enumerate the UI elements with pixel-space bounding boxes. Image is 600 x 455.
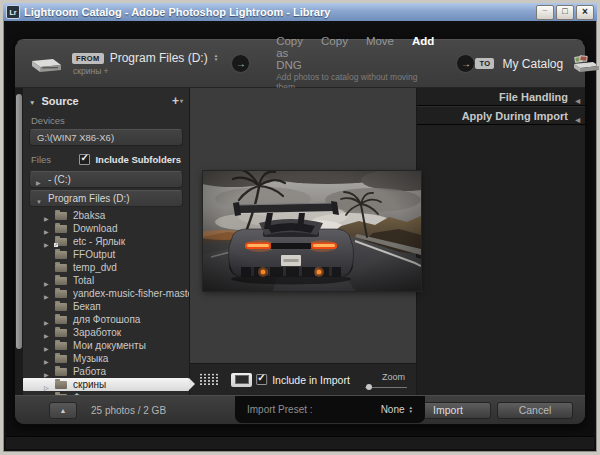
source-scrollbar[interactable] xyxy=(15,88,23,395)
loupe-view-icon[interactable] xyxy=(231,373,252,387)
device-row[interactable]: G:\(WIN7 X86-X6) xyxy=(29,129,183,146)
from-badge: FROM xyxy=(72,53,104,64)
include-subfolders-label: Include Subfolders xyxy=(95,154,181,165)
spinner-arrows-icon xyxy=(409,406,413,414)
folder-tree: - (C:)Program Files (D:)2baksaDownloadet… xyxy=(29,171,183,404)
import-method-option[interactable]: Move xyxy=(366,35,394,71)
folder-label: Download xyxy=(73,223,117,234)
tree-folder-row[interactable]: 2baksa xyxy=(29,209,183,222)
window-title: Lightroom Catalog - Adobe Photoshop Ligh… xyxy=(24,6,330,18)
folder-icon xyxy=(55,277,67,285)
catalog-stack-icon xyxy=(571,54,600,74)
folder-label: Total xyxy=(73,275,94,286)
grid-view-icon[interactable] xyxy=(199,373,220,386)
folder-label: скрины xyxy=(73,379,106,390)
include-in-import-checkbox[interactable] xyxy=(256,374,267,385)
apply-during-import-label: Apply During Import xyxy=(462,110,568,122)
include-in-import-control: Include in Import xyxy=(256,374,350,386)
maximize-button[interactable] xyxy=(556,5,574,20)
folder-label: Заработок xyxy=(73,327,121,338)
dialog-main: Source Devices G:\(WIN7 X86-X6) Files In… xyxy=(15,88,585,395)
tree-folder-row[interactable]: Мои документы xyxy=(29,339,183,352)
tree-volume-row[interactable]: Program Files (D:) xyxy=(29,190,183,207)
arrow-right-icon xyxy=(231,54,250,73)
include-subfolders-checkbox[interactable] xyxy=(79,154,90,165)
source-breadcrumb[interactable]: скрины + xyxy=(72,66,218,76)
app-background: FROM Program Files (D:) скрины + Copy as… xyxy=(6,24,594,449)
import-method-group: Copy as DNGCopyMoveAdd Add photos to cat… xyxy=(276,35,434,92)
folder-icon xyxy=(55,329,67,337)
folder-label: etc - Ярлык xyxy=(73,236,125,247)
import-preset-tab: Import Preset : None xyxy=(235,396,425,423)
folder-icon xyxy=(55,225,67,233)
destination-name[interactable]: My Catalog xyxy=(502,57,563,71)
spinner-arrows-icon[interactable] xyxy=(214,54,218,62)
zoom-slider[interactable] xyxy=(365,387,407,388)
tree-folder-row[interactable]: Музыка xyxy=(29,352,183,365)
disclosure-triangle-icon[interactable] xyxy=(44,381,49,392)
source-selector[interactable]: FROM Program Files (D:) скрины + xyxy=(15,51,218,76)
import-dialog: FROM Program Files (D:) скрины + Copy as… xyxy=(14,39,586,425)
source-panel-header[interactable]: Source xyxy=(29,92,183,110)
tree-folder-row[interactable]: etc - Ярлык xyxy=(29,235,183,248)
add-source-icon[interactable] xyxy=(172,96,183,106)
import-preset-value[interactable]: None xyxy=(381,404,413,415)
tree-folder-row[interactable]: temp_dvd xyxy=(29,261,183,274)
folder-label: temp_dvd xyxy=(73,262,117,273)
zoom-label: Zoom xyxy=(382,372,405,382)
tree-folder-row[interactable]: Заработок xyxy=(29,326,183,339)
apply-during-import-section[interactable]: Apply During Import xyxy=(417,106,585,125)
folder-icon xyxy=(55,368,67,376)
folder-icon xyxy=(55,316,67,324)
tree-folder-row[interactable]: Бекап xyxy=(29,300,183,313)
minimize-button[interactable] xyxy=(536,5,554,20)
include-in-import-label: Include in Import xyxy=(272,374,350,386)
import-header-bar: FROM Program Files (D:) скрины + Copy as… xyxy=(15,40,585,88)
car-photo xyxy=(203,171,421,291)
to-badge: TO xyxy=(475,58,494,69)
folder-label: Работа xyxy=(73,366,106,377)
destination-selector[interactable]: TO My Catalog xyxy=(475,54,600,74)
tree-folder-row[interactable]: Download xyxy=(29,222,183,235)
zoom-slider-thumb[interactable] xyxy=(366,384,372,390)
folder-shortcut-icon xyxy=(55,238,67,246)
tree-folder-row[interactable]: для Фотошопа xyxy=(29,313,183,326)
devices-label: Devices xyxy=(31,115,181,126)
file-handling-section[interactable]: File Handling xyxy=(417,88,585,106)
scrollbar-thumb[interactable] xyxy=(16,94,22,349)
tree-folder-row[interactable]: FFOutput xyxy=(29,248,183,261)
folder-label: Музыка xyxy=(73,353,108,364)
source-panel: Source Devices G:\(WIN7 X86-X6) Files In… xyxy=(23,88,189,395)
import-method-option[interactable]: Copy as DNG xyxy=(276,35,303,71)
folder-icon xyxy=(55,264,67,272)
tree-volume-row[interactable]: - (C:) xyxy=(29,171,183,188)
photo-thumbnail[interactable] xyxy=(203,171,421,291)
folder-label: yandex-music-fisher-master xyxy=(73,288,196,299)
collapse-left-icon xyxy=(575,93,580,105)
files-row: Files Include Subfolders xyxy=(31,154,181,165)
source-name[interactable]: Program Files (D:) xyxy=(110,51,208,65)
tree-folder-row[interactable]: Total xyxy=(29,274,183,287)
tree-folder-row[interactable]: скрины xyxy=(23,378,189,391)
tree-folder-row[interactable]: Работа xyxy=(29,365,183,378)
close-button[interactable] xyxy=(576,5,594,20)
footer-buttons: Import Cancel xyxy=(405,402,575,419)
import-method-option[interactable]: Add xyxy=(412,35,434,71)
minimize-dialog-button[interactable] xyxy=(49,402,77,419)
folder-label: Program Files (D:) xyxy=(48,193,130,204)
preview-area: Include in Import Zoom xyxy=(189,88,417,395)
status-strip xyxy=(6,436,594,449)
loupe-view-inner xyxy=(235,375,249,384)
file-handling-label: File Handling xyxy=(499,91,568,103)
cancel-button[interactable]: Cancel xyxy=(497,402,573,419)
disclosure-triangle-icon[interactable] xyxy=(36,195,42,206)
folder-icon xyxy=(55,342,67,350)
tree-folder-row[interactable]: yandex-music-fisher-master xyxy=(29,287,183,300)
device-name: G:\(WIN7 X86-X6) xyxy=(37,132,114,143)
photo-count-status: 25 photos / 2 GB xyxy=(91,405,166,416)
folder-icon xyxy=(55,381,67,389)
chevron-down-icon[interactable] xyxy=(29,95,35,107)
import-method-option[interactable]: Copy xyxy=(321,35,348,71)
import-preset-label: Import Preset : xyxy=(247,404,313,415)
disclosure-triangle-icon[interactable] xyxy=(36,176,41,187)
